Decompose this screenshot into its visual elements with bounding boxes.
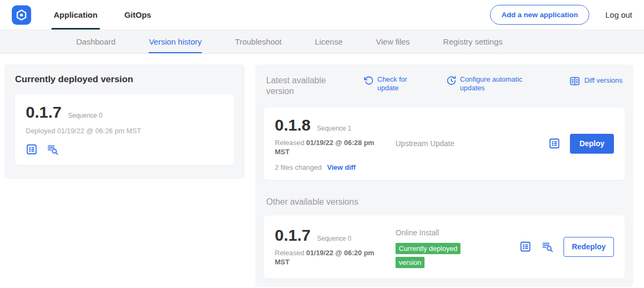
top-navbar: Application GitOps Add a new application… [0,0,644,30]
files-changed-label: 2 files changed [275,163,321,171]
tab-gitops[interactable]: GitOps [122,0,153,30]
schedule-update-icon [447,75,456,85]
tab-application-label: Application [54,10,98,19]
latest-version-number: 0.1.8 [275,116,311,134]
released-label: Released [275,139,304,147]
tab-application[interactable]: Application [52,0,100,30]
subnav-license[interactable]: License [315,30,343,53]
subnav-registry-settings[interactable]: Registry settings [443,30,503,53]
app-subnav: Dashboard Version history Troubleshoot L… [0,30,644,54]
available-versions-panel: Latest available version Check for updat… [255,64,633,287]
view-diff-icon[interactable] [46,143,59,155]
other-version-number: 0.1.7 [275,226,311,244]
main-content: Currently deployed version 0.1.7 Sequenc… [0,54,644,287]
release-notes-icon[interactable] [548,138,560,149]
redeploy-button[interactable]: Redeploy [564,237,614,257]
logout-link[interactable]: Log out [605,10,632,19]
diff-versions-link[interactable]: Diff versions [569,75,623,87]
app-logo-icon [16,9,27,21]
view-diff-icon[interactable] [541,241,554,253]
subnav-version-history[interactable]: Version history [149,30,201,53]
deployed-actions [26,143,223,155]
other-source-label: Online Install [396,228,519,237]
subnav-view-files[interactable]: View files [376,30,409,53]
latest-version-row: 0.1.8 Sequence 1 [275,116,396,134]
other-versions-heading: Other available versions [266,197,623,207]
other-source-block: Online Install Currently deployed versio… [396,224,519,270]
latest-released-timestamp: Released 01/19/22 @ 06:28 pm MST [275,139,380,157]
other-version-info: 0.1.7 Sequence 0 Released 01/19/22 @ 06:… [275,226,396,267]
released-label: Released [275,249,304,257]
deployed-panel-title: Currently deployed version [15,74,234,85]
latest-version-info: 0.1.8 Sequence 1 Released 01/19/22 @ 06:… [275,116,396,171]
check-for-update-link[interactable]: Check for update [364,75,419,93]
latest-files-row: 2 files changed View diff [275,163,396,171]
currently-deployed-panel: Currently deployed version 0.1.7 Sequenc… [4,64,245,179]
subnav-dashboard[interactable]: Dashboard [76,30,115,53]
other-version-row: 0.1.7 Sequence 0 [275,226,396,244]
check-update-label: Check for update [377,75,419,93]
available-versions-header: Latest available version Check for updat… [266,75,623,97]
tab-gitops-label: GitOps [125,10,151,19]
latest-available-title: Latest available version [266,75,352,97]
subnav-troubleshoot[interactable]: Troubleshoot [235,30,282,53]
other-version-card: 0.1.7 Sequence 0 Released 01/19/22 @ 06:… [264,215,625,278]
other-released-timestamp: Released 01/19/22 @ 06:20 pm MST [275,249,380,267]
release-notes-icon[interactable] [519,241,531,253]
navbar-right: Add a new application Log out [490,0,632,30]
other-sequence-label: Sequence 0 [317,235,352,242]
view-diff-link[interactable]: View diff [327,163,355,171]
diff-versions-label: Diff versions [584,76,623,85]
deployed-sequence-label: Sequence 0 [68,112,103,119]
app-logo[interactable] [12,5,31,25]
deployed-version-card: 0.1.7 Sequence 0 Deployed 01/19/22 @ 06:… [15,95,234,165]
check-update-icon [364,75,374,85]
deployed-badge-wrap: Currently deployed version [396,242,470,270]
deploy-button[interactable]: Deploy [570,134,614,154]
latest-version-card: 0.1.8 Sequence 1 Released 01/19/22 @ 06:… [264,107,625,180]
deployed-version-row: 0.1.7 Sequence 0 [26,103,223,121]
other-actions: Redeploy [519,237,614,257]
diff-versions-icon [569,75,581,87]
latest-actions: Deploy [548,134,614,154]
configure-updates-label: Configure automatic updates [460,75,530,93]
latest-sequence-label: Sequence 1 [317,125,352,132]
currently-deployed-badge: Currently deployed version [396,243,460,268]
release-notes-icon[interactable] [26,143,38,155]
configure-updates-link[interactable]: Configure automatic updates [447,75,530,93]
deployed-timestamp: Deployed 01/19/22 @ 06:26 pm MST [26,127,223,135]
latest-source-label: Upstream Update [396,139,548,148]
deployed-version-number: 0.1.7 [26,103,62,121]
add-application-button[interactable]: Add a new application [490,5,589,25]
